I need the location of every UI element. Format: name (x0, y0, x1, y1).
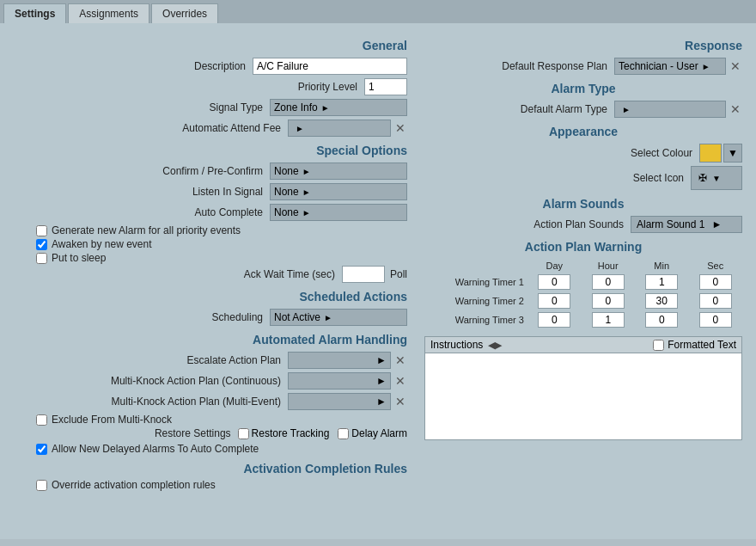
alarm-sounds-section: Alarm Sounds (424, 197, 742, 211)
instructions-textarea[interactable] (425, 353, 741, 439)
delay-alarm-label: Delay Alarm (351, 427, 407, 439)
colour-dropdown[interactable]: ▼ (723, 144, 742, 163)
timer3-row: Warning Timer 3 (424, 310, 742, 329)
multiknock-multi-dropdown[interactable]: ► (288, 393, 391, 410)
response-plan-row: Default Response Plan Technician - User … (424, 58, 742, 75)
tab-overrides[interactable]: Overrides (151, 3, 218, 23)
completion-title: Activation Completion Rules (14, 462, 407, 475)
multiknock-multi-row: Multi-Knock Action Plan (Multi-Event) ► … (14, 393, 407, 410)
timer3-label: Warning Timer 3 (424, 310, 527, 329)
ack-label: Ack Wait Time (sec) (206, 268, 335, 280)
timer3-min-input[interactable] (645, 312, 678, 328)
col-hour: Hour (581, 259, 635, 273)
checkbox3-label: Put to sleep (52, 252, 106, 264)
default-alarm-type-row: Default Alarm Type ► ✕ (424, 101, 742, 118)
auto-complete-label: Auto Complete (134, 206, 263, 218)
instructions-icon[interactable]: ◀▶ (488, 340, 502, 351)
override-checkbox[interactable] (36, 480, 47, 491)
escalate-dropdown[interactable]: ► (288, 352, 391, 369)
timer2-hour-cell (581, 291, 635, 310)
multiknock-cont-arrow-icon: ► (376, 375, 387, 387)
timer3-hour-cell (581, 310, 635, 329)
timer3-sec-input[interactable] (699, 312, 732, 328)
timer3-hour-input[interactable] (592, 312, 625, 328)
timer3-min-cell (635, 310, 689, 329)
timer1-hour-cell (581, 273, 635, 291)
timer2-day-input[interactable] (538, 293, 570, 309)
timer1-day-input[interactable] (538, 274, 570, 290)
signal-arrow-icon: ► (321, 103, 330, 113)
alarm-type-clear-button[interactable]: ✕ (729, 102, 742, 116)
escalate-clear-button[interactable]: ✕ (393, 353, 407, 367)
checkbox2-label: Awaken by new event (52, 238, 152, 250)
sounds-arrow-icon: ► (711, 218, 722, 230)
response-plan-clear-button[interactable]: ✕ (729, 59, 742, 73)
generate-alarm-checkbox[interactable] (36, 225, 47, 236)
listen-dropdown[interactable]: None ► (270, 183, 407, 200)
override-label: Override activation completion rules (52, 479, 216, 491)
instructions-body[interactable] (425, 353, 741, 439)
delay-alarm-checkbox[interactable] (338, 428, 349, 439)
checkbox3-row: Put to sleep (36, 252, 407, 264)
confirm-arrow-icon: ► (302, 167, 311, 176)
timer1-min-input[interactable] (645, 274, 678, 290)
icon-selector[interactable]: ✠ ▼ (691, 166, 742, 190)
tab-assignments[interactable]: Assignments (68, 3, 149, 23)
multiknock-multi-clear-button[interactable]: ✕ (393, 395, 407, 408)
attend-clear-button[interactable]: ✕ (393, 121, 407, 135)
signal-dropdown[interactable]: Zone Info ► (270, 99, 407, 116)
response-plan-dropdown[interactable]: Technician - User ► (614, 58, 726, 75)
special-title: Special Options (14, 144, 407, 157)
tab-settings[interactable]: Settings (3, 3, 66, 23)
timer1-sec-input[interactable] (699, 274, 732, 290)
alarm-type-dropdown[interactable]: ► (614, 101, 726, 118)
auto-complete-dropdown[interactable]: None ► (270, 204, 407, 221)
alarm-type-title: Alarm Type (424, 82, 742, 95)
alarm-type-section: Alarm Type (424, 82, 742, 95)
warning-table: Day Hour Min Sec Warning Timer 1 Warning… (424, 259, 742, 329)
timer2-hour-input[interactable] (592, 293, 625, 309)
timer2-min-input[interactable] (645, 293, 678, 309)
restore-tracking-checkbox[interactable] (238, 428, 249, 439)
poll-text: Poll (390, 268, 407, 280)
confirm-dropdown[interactable]: None ► (270, 163, 407, 180)
colour-swatch[interactable] (699, 144, 722, 163)
timer3-day-input[interactable] (538, 312, 570, 328)
timer2-sec-cell (688, 291, 742, 310)
attend-arrow-icon: ► (296, 124, 304, 133)
default-alarm-type-label: Default Alarm Type (487, 103, 607, 115)
awaken-checkbox[interactable] (36, 239, 47, 250)
description-label: Description (117, 60, 246, 72)
put-to-sleep-checkbox[interactable] (36, 253, 47, 264)
completion-checkboxes: Override activation completion rules (27, 479, 407, 491)
col-min: Min (635, 259, 689, 273)
formatted-text-label: Formatted Text (668, 339, 736, 351)
response-title: Response (424, 39, 742, 52)
attend-dropdown[interactable]: ► (288, 120, 391, 137)
exclude-checkbox[interactable] (36, 414, 47, 426)
timer2-sec-input[interactable] (699, 293, 732, 309)
multiknock-multi-label: Multi-Knock Action Plan (Multi-Event) (112, 396, 281, 408)
response-plan-controls: Technician - User ► ✕ (614, 58, 742, 75)
response-plan-label: Default Response Plan (487, 60, 607, 72)
ack-row: Ack Wait Time (sec) Poll (14, 266, 407, 283)
description-row: Description (14, 58, 407, 75)
timer1-hour-input[interactable] (592, 274, 625, 290)
multiknock-cont-dropdown[interactable]: ► (288, 372, 391, 390)
colour-controls: ▼ (699, 144, 742, 163)
allow-checkbox[interactable] (36, 444, 47, 455)
priority-input[interactable] (364, 78, 407, 95)
multiknock-cont-clear-button[interactable]: ✕ (393, 374, 407, 388)
scheduling-dropdown[interactable]: Not Active ► (270, 309, 407, 326)
description-input[interactable] (253, 58, 407, 75)
attend-row: Automatic Attend Fee ► ✕ (14, 120, 407, 137)
ack-input[interactable] (342, 266, 385, 283)
restore-row: Restore Settings Restore Tracking Delay … (14, 427, 407, 439)
instructions-panel: Instructions ◀▶ Formatted Text (424, 336, 742, 440)
listen-row: Listen In Signal None ► (14, 183, 407, 200)
escalate-arrow-icon: ► (376, 354, 387, 366)
action-plan-sounds-dropdown[interactable]: Alarm Sound 1 ► (631, 216, 742, 233)
timer2-day-cell (527, 291, 582, 310)
action-plan-sounds-row: Action Plan Sounds Alarm Sound 1 ► (424, 216, 742, 233)
formatted-text-checkbox[interactable] (653, 340, 664, 351)
